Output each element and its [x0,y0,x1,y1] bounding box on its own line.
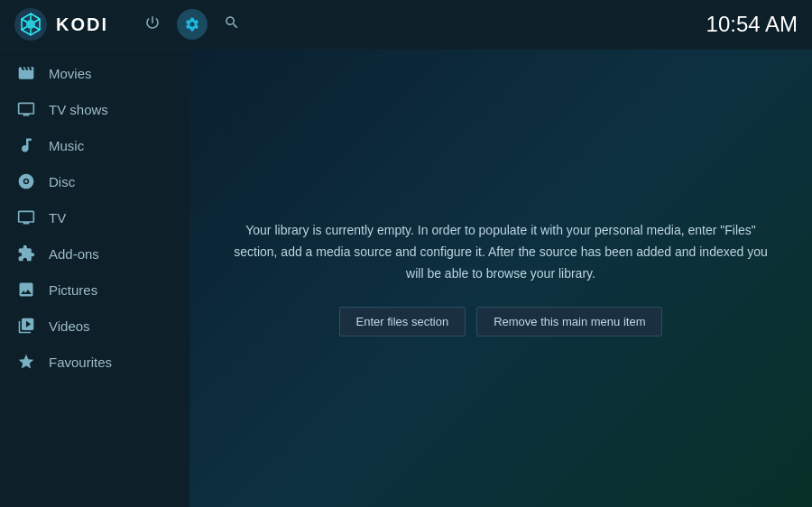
sidebar: Movies TV shows Music Disc [0,50,189,507]
sidebar-item-tvshows[interactable]: TV shows [0,91,189,127]
sidebar-item-tv[interactable]: TV [0,199,189,235]
top-bar: KODI 10:54 AM [0,0,812,50]
sidebar-label-addons: Add-ons [49,246,99,262]
sidebar-label-tvshows: TV shows [49,102,108,117]
tv-icon [16,207,36,227]
sidebar-item-disc[interactable]: Disc [0,163,189,199]
power-icon[interactable] [144,14,161,35]
kodi-logo-icon [14,8,47,41]
sidebar-item-movies[interactable]: Movies [0,55,189,91]
search-icon[interactable] [224,14,240,35]
sidebar-label-music: Music [49,138,84,153]
enter-files-button[interactable]: Enter files section [339,307,466,336]
sidebar-label-movies: Movies [49,66,92,81]
sidebar-item-addons[interactable]: Add-ons [0,235,189,272]
clock: 10:54 AM [706,12,798,37]
pictures-icon [16,280,36,300]
top-bar-left: KODI [14,8,240,41]
addons-icon [16,244,36,263]
settings-icon[interactable] [177,9,208,40]
videos-icon [16,316,36,336]
tvshows-icon [16,99,36,119]
content-area: Your library is currently empty. In orde… [189,50,812,507]
movies-icon [16,63,36,83]
favourites-icon [16,352,36,372]
sidebar-label-disc: Disc [49,174,75,189]
sidebar-label-tv: TV [49,210,66,226]
sidebar-item-videos[interactable]: Videos [0,308,189,344]
music-icon [16,135,36,155]
empty-library-message: Your library is currently empty. In orde… [226,220,776,284]
sidebar-label-videos: Videos [49,318,90,334]
top-bar-icons [144,9,240,40]
sidebar-item-music[interactable]: Music [0,127,189,163]
main-area: Movies TV shows Music Disc [0,50,812,507]
disc-icon [16,171,36,191]
action-buttons: Enter files section Remove this main men… [339,307,663,336]
sidebar-item-pictures[interactable]: Pictures [0,272,189,308]
sidebar-item-favourites[interactable]: Favourites [0,344,189,380]
remove-menu-item-button[interactable]: Remove this main menu item [476,307,662,336]
sidebar-label-pictures: Pictures [49,282,97,298]
app-title: KODI [56,14,108,35]
sidebar-label-favourites: Favourites [49,355,112,370]
svg-point-2 [26,20,35,29]
